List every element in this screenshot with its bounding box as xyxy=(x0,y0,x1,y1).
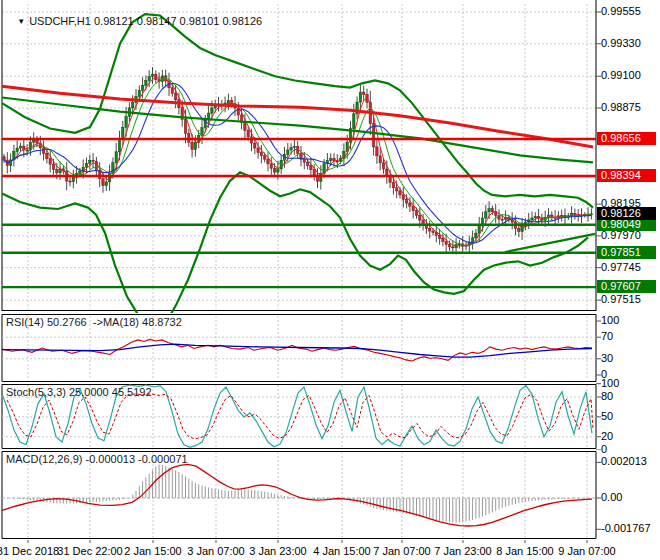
ohlc-high: 0.98147 xyxy=(137,15,177,27)
price-tick-label: 70 xyxy=(601,330,613,342)
price-tick-label: 0.99100 xyxy=(601,69,641,81)
macd-histogram xyxy=(4,465,591,523)
rsi-indicator-label: RSI(14) 50.2766 ->MA(18) 48.8732 xyxy=(6,316,182,328)
price-tick-label: 20 xyxy=(601,430,613,442)
price-tick-label: 0.002013 xyxy=(601,455,647,467)
price-tick-label: 0.99330 xyxy=(601,37,641,49)
price-tick-label: 100 xyxy=(601,377,619,389)
chart-title: ▼USDCHF,H1 0.98121 0.98147 0.98101 0.981… xyxy=(5,3,262,39)
time-axis-label: 3 Jan 07:00 xyxy=(187,545,245,557)
fast-moving-averages xyxy=(4,78,591,246)
time-axis-label: 7 Jan 23:00 xyxy=(434,545,492,557)
price-tick-label: -0.001767 xyxy=(601,522,651,534)
support-price-tag: 0.97851 xyxy=(597,246,656,259)
ohlc-open: 0.98121 xyxy=(94,15,134,27)
resistance-price-tag: 0.98394 xyxy=(597,169,656,182)
macd-indicator-label: MACD(12,26,9) -0.000013 -0.000071 xyxy=(6,453,188,465)
stoch-indicator-label: Stoch(5,3,3) 25.0000 45.5192 xyxy=(6,386,152,398)
rsi-ma-line xyxy=(2,344,592,357)
time-axis-label: 2 Jan 15:00 xyxy=(124,545,182,557)
price-tick-label: 0.00 xyxy=(601,491,622,503)
chart-symbol-timeframe: USDCHF,H1 xyxy=(29,15,91,27)
price-tick-label: 0.99555 xyxy=(601,5,641,17)
price-tick-label: 0.98875 xyxy=(601,101,641,113)
ohlc-close: 0.98126 xyxy=(222,15,262,27)
price-tick-label: 0 xyxy=(601,443,607,455)
time-axis-label: 3 Jan 23:00 xyxy=(249,545,307,557)
main-chart-canvas[interactable] xyxy=(0,0,660,313)
support-price-tag: 0.97607 xyxy=(597,280,656,293)
symbol-dropdown-icon[interactable]: ▼ xyxy=(17,17,25,26)
time-axis-label: 31 Dec 2018 xyxy=(0,545,59,557)
time-axis-label: 9 Jan 07:00 xyxy=(558,545,616,557)
price-tick-label: 50 xyxy=(601,410,613,422)
time-axis-label: 7 Jan 07:00 xyxy=(373,545,431,557)
price-tick-label: 0.97515 xyxy=(601,293,641,305)
price-tick-label: 100 xyxy=(601,314,619,326)
price-tick-label: 30 xyxy=(601,352,613,364)
price-tick-label: 80 xyxy=(601,390,613,402)
price-tick-label: 0.97745 xyxy=(601,261,641,273)
chart-window: ▼USDCHF,H1 0.98121 0.98147 0.98101 0.981… xyxy=(0,0,660,560)
ohlc-low: 0.98101 xyxy=(180,15,220,27)
time-axis-label: 4 Jan 15:00 xyxy=(313,545,371,557)
horizontal-gridlines xyxy=(2,12,596,300)
current-price-tag: 0.98126 xyxy=(597,207,656,220)
resistance-price-tag: 0.98656 xyxy=(597,132,656,145)
time-axis-label: 8 Jan 15:00 xyxy=(496,545,554,557)
time-axis-label: 31 Dec 22:00 xyxy=(57,545,122,557)
